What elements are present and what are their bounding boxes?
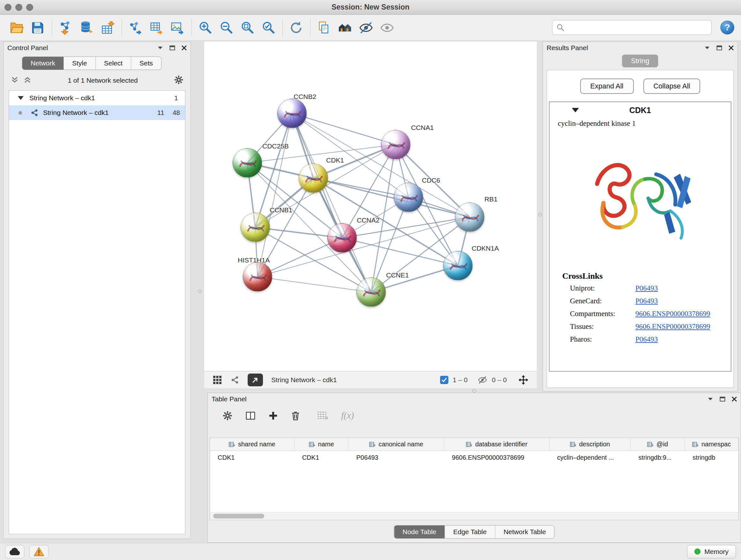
column-header[interactable]: name	[294, 438, 349, 450]
export-table-button[interactable]	[148, 19, 165, 36]
first-neighbors-button[interactable]	[337, 19, 353, 36]
network-edge-CCNB2-CCNE1[interactable]	[292, 113, 371, 292]
show-all-button[interactable]	[379, 19, 395, 36]
hidden-eye-slash-icon[interactable]	[478, 375, 487, 385]
cloud-status-button[interactable]	[5, 545, 24, 558]
network-edge-CCNE1-HIST1H1A[interactable]	[258, 277, 371, 292]
selected-nodes-checkbox[interactable]	[440, 376, 448, 384]
network-node-CCNB1[interactable]	[241, 212, 270, 242]
splitter-handle[interactable]	[538, 212, 542, 216]
zoom-fit-button[interactable]	[239, 19, 256, 36]
copy-document-button[interactable]	[316, 19, 332, 36]
gene-card-header[interactable]: CDK1	[549, 102, 731, 118]
table-settings-gear-icon[interactable]	[222, 411, 232, 421]
cell-database-identifier[interactable]: 9606.ENSP00000378699	[444, 454, 549, 461]
network-options-gear-icon[interactable]	[174, 75, 184, 86]
zoom-selected-button[interactable]	[260, 19, 277, 36]
cell-id[interactable]: stringdb:9...	[630, 454, 685, 461]
panel-close-icon[interactable]	[182, 45, 187, 51]
expand-all-icon[interactable]	[23, 76, 31, 85]
cell-description[interactable]: cyclin–dependent ...	[549, 454, 631, 461]
import-table-button[interactable]	[99, 19, 116, 36]
crosslink-link[interactable]: P06493	[635, 284, 658, 293]
import-network-database-button[interactable]	[78, 19, 95, 36]
view-share-icon[interactable]	[230, 375, 239, 384]
open-session-button[interactable]	[8, 19, 25, 36]
tab-style[interactable]: Style	[64, 57, 95, 70]
table-horizontal-scrollbar[interactable]	[210, 512, 738, 520]
tab-node-table[interactable]: Node Table	[394, 525, 445, 538]
splitter-handle[interactable]	[198, 289, 202, 293]
close-window-button[interactable]	[4, 4, 11, 11]
network-canvas[interactable]: CCNB2CCNA1CDC25BCDK1CDC6RB1CCNB1CCNA2CDK…	[204, 42, 537, 371]
cell-namespace[interactable]: stringdb	[685, 454, 738, 461]
add-column-plus-icon[interactable]	[268, 411, 278, 421]
column-header[interactable]: description	[549, 438, 631, 450]
save-session-button[interactable]	[29, 19, 46, 36]
panel-menu-icon[interactable]	[704, 46, 710, 50]
splitter-handle[interactable]	[472, 389, 476, 393]
apply-layout-button[interactable]	[288, 19, 305, 36]
cell-canonical-name[interactable]: P06493	[348, 454, 444, 461]
maximize-window-button[interactable]	[26, 4, 33, 11]
column-header[interactable]: @id	[630, 438, 685, 450]
column-header[interactable]: namespac	[685, 438, 738, 450]
import-network-file-button[interactable]	[57, 19, 74, 36]
panel-menu-icon[interactable]	[708, 397, 713, 401]
show-columns-icon[interactable]	[246, 411, 256, 421]
cell-name[interactable]: CDK1	[294, 454, 349, 461]
tab-network-table[interactable]: Network Table	[495, 525, 554, 538]
tab-network[interactable]: Network	[22, 57, 64, 70]
tab-select[interactable]: Select	[95, 57, 131, 70]
network-node-CCNB2[interactable]	[277, 99, 307, 128]
network-edge-CDK1-RB1[interactable]	[313, 178, 470, 217]
crosslink-link[interactable]: P06493	[635, 297, 658, 305]
column-header[interactable]: database identifier	[444, 438, 549, 450]
export-image-button[interactable]	[169, 19, 186, 36]
panel-close-icon[interactable]	[729, 45, 734, 51]
pan-crosshair-icon[interactable]	[518, 375, 529, 385]
network-edge-RB1-HIST1H1A[interactable]	[258, 217, 470, 277]
tab-string[interactable]: String	[622, 55, 658, 67]
delete-column-trash-icon[interactable]	[291, 411, 300, 421]
zoom-out-button[interactable]	[218, 19, 234, 36]
collapse-all-button[interactable]: Collapse All	[643, 78, 700, 94]
network-row-selected[interactable]: String Network – cdk1 11 48	[9, 105, 185, 120]
tree-expander-icon[interactable]	[18, 96, 23, 100]
network-node-CDK1[interactable]	[299, 164, 328, 193]
table-row[interactable]: CDK1 CDK1 P06493 9606.ENSP00000378699 cy…	[210, 451, 738, 464]
open-in-new-window-button[interactable]	[248, 374, 263, 386]
help-button[interactable]: ?	[719, 19, 735, 36]
network-node-CCNE1[interactable]	[356, 277, 386, 307]
birdseye-grid-icon[interactable]	[212, 375, 222, 385]
zoom-in-button[interactable]	[197, 19, 213, 36]
panel-float-icon[interactable]	[170, 45, 175, 51]
network-collection-row[interactable]: String Network – cdk1 1	[9, 91, 185, 105]
hide-selected-button[interactable]	[358, 19, 374, 36]
cell-shared-name[interactable]: CDK1	[210, 454, 294, 461]
tab-sets[interactable]: Sets	[131, 57, 161, 70]
gene-collapse-icon[interactable]	[572, 108, 579, 112]
network-node-RB1[interactable]	[455, 202, 484, 232]
warnings-button[interactable]	[29, 545, 49, 558]
network-node-CDC25B[interactable]	[232, 148, 262, 178]
expand-all-button[interactable]: Expand All	[580, 78, 634, 94]
crosslink-link[interactable]: P06493	[635, 335, 658, 344]
panel-close-icon[interactable]	[732, 396, 737, 401]
minimize-window-button[interactable]	[15, 4, 22, 11]
column-header[interactable]: canonical name	[348, 438, 444, 450]
scrollbar-thumb[interactable]	[213, 514, 264, 518]
search-input[interactable]	[567, 24, 708, 31]
panel-float-icon[interactable]	[720, 396, 725, 401]
crosslink-link[interactable]: 9606.ENSP00000378699	[635, 310, 711, 318]
panel-float-icon[interactable]	[717, 45, 722, 51]
export-network-button[interactable]	[127, 19, 144, 36]
panel-menu-icon[interactable]	[157, 46, 163, 50]
network-node-CCNA2[interactable]	[327, 223, 357, 253]
column-header[interactable]: shared name	[210, 438, 294, 450]
network-node-CDKN1A[interactable]	[443, 251, 473, 280]
memory-button[interactable]: Memory	[687, 545, 736, 558]
network-edge-CCNB2-CCNA1[interactable]	[292, 113, 396, 145]
network-node-CCNA1[interactable]	[381, 130, 410, 159]
tab-edge-table[interactable]: Edge Table	[445, 525, 495, 538]
